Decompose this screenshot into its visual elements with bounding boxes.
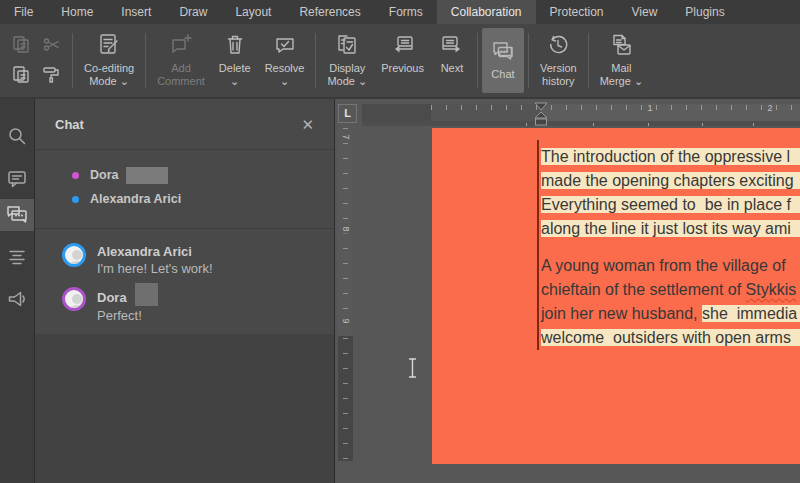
text-line[interactable]: along the line it just lost its way ami bbox=[541, 217, 800, 241]
text-line[interactable]: welcome outsiders with open arms bbox=[541, 326, 800, 350]
toolbar-divider bbox=[72, 33, 73, 88]
display-mode-button[interactable]: Display Mode ⌄ bbox=[320, 24, 374, 97]
text-line[interactable]: chieftain of the settlement of Stykkis bbox=[541, 278, 800, 302]
menu-tab-layout[interactable]: Layout bbox=[221, 0, 285, 24]
ruler-number-2: 2 bbox=[765, 103, 774, 113]
version-history-label2: history bbox=[542, 75, 574, 88]
coediting-mode-label2: Mode ⌄ bbox=[89, 75, 129, 88]
delete-label: Delete bbox=[219, 62, 251, 75]
tab-selector-button[interactable]: L bbox=[338, 104, 357, 123]
text-line[interactable]: Everything seemed to be in place f bbox=[541, 193, 800, 217]
menu-tab-forms[interactable]: Forms bbox=[375, 0, 437, 24]
participant-color-dot bbox=[72, 196, 79, 203]
menu-tab-protection[interactable]: Protection bbox=[536, 0, 618, 24]
message-text: Perfect! bbox=[97, 308, 158, 323]
avatar bbox=[62, 243, 86, 267]
redacted-name bbox=[135, 283, 158, 306]
trash-icon bbox=[222, 32, 248, 58]
resolve-button[interactable]: Resolve ⌄ bbox=[258, 24, 312, 97]
tracked-change-bar bbox=[537, 140, 539, 350]
next-button[interactable]: Next bbox=[431, 24, 473, 97]
tab-stop-mark bbox=[753, 123, 754, 126]
participant-dora: Dora bbox=[72, 163, 334, 187]
plain-text[interactable]: A young woman from the village of bbox=[541, 257, 790, 274]
document-text: The introduction of the oppressive l mad… bbox=[541, 145, 800, 350]
sidebar-search-button[interactable] bbox=[0, 120, 34, 152]
toolbar-divider bbox=[315, 33, 316, 88]
menu-tab-file[interactable]: File bbox=[0, 0, 47, 24]
menu-tab-view[interactable]: View bbox=[618, 0, 672, 24]
toolbar-divider bbox=[145, 33, 146, 88]
highlighted-text[interactable]: she immedia bbox=[702, 305, 800, 322]
plain-text[interactable]: chieftain of the settlement of bbox=[541, 281, 746, 298]
resolve-icon bbox=[272, 32, 298, 58]
search-icon bbox=[6, 125, 28, 147]
mail-merge-button[interactable]: Mail Merge ⌄ bbox=[593, 24, 650, 97]
chat-messages: Alexandra Arici I'm here! Let's work! Do… bbox=[35, 229, 334, 334]
toolbar: Co-editing Mode ⌄ Add Comment Delete ⌄ R… bbox=[0, 24, 800, 99]
comments-icon bbox=[6, 168, 28, 190]
next-arrow-icon bbox=[438, 32, 466, 58]
version-history-icon bbox=[545, 32, 571, 58]
message-author: Dora bbox=[97, 288, 158, 306]
highlighted-text[interactable]: Everything seemed to be in place f bbox=[541, 196, 800, 213]
chat-button[interactable]: Chat bbox=[482, 28, 524, 93]
tab-stop-mark bbox=[648, 123, 649, 126]
message-content: Alexandra Arici I'm here! Let's work! bbox=[97, 243, 213, 276]
highlighted-text[interactable]: made the opening chapters exciting bbox=[541, 172, 800, 189]
menu-tab-references[interactable]: References bbox=[285, 0, 374, 24]
menu-tab-home[interactable]: Home bbox=[47, 0, 107, 24]
previous-arrow-icon bbox=[389, 32, 417, 58]
toolbar-divider bbox=[477, 33, 478, 88]
add-comment-button[interactable]: Add Comment bbox=[150, 24, 212, 97]
mail-merge-icon bbox=[608, 32, 634, 58]
menu-tab-plugins[interactable]: Plugins bbox=[671, 0, 738, 24]
highlighted-text[interactable]: The introduction of the oppressive l bbox=[541, 148, 800, 165]
scissors-icon bbox=[42, 35, 61, 54]
version-history-button[interactable]: Version history bbox=[533, 24, 584, 97]
paste-button[interactable] bbox=[6, 60, 36, 90]
clipboard-group bbox=[2, 24, 68, 97]
sidebar-comments-button[interactable] bbox=[0, 163, 34, 195]
menu-tab-collaboration[interactable]: Collaboration bbox=[437, 0, 536, 24]
resolve-label: Resolve bbox=[265, 62, 305, 75]
copy-button[interactable] bbox=[6, 30, 36, 60]
indent-marker-handle[interactable] bbox=[534, 102, 548, 127]
display-mode-icon bbox=[334, 32, 360, 58]
format-painter-button[interactable] bbox=[36, 60, 66, 90]
message-author-name: Dora bbox=[97, 290, 127, 305]
ruler-number-9: 9 bbox=[341, 316, 351, 325]
participant-name: Dora bbox=[90, 168, 118, 182]
text-line[interactable]: made the opening chapters exciting bbox=[541, 169, 800, 193]
menu-bar: File Home Insert Draw Layout References … bbox=[0, 0, 800, 24]
previous-button[interactable]: Previous bbox=[374, 24, 431, 97]
text-cursor-icon bbox=[406, 357, 419, 379]
misspelled-word[interactable]: Stykkis bbox=[746, 281, 797, 298]
text-line[interactable]: join her new husband, she immedia bbox=[541, 302, 800, 326]
message-author: Alexandra Arici bbox=[97, 244, 213, 259]
menu-tab-draw[interactable]: Draw bbox=[165, 0, 221, 24]
cut-button[interactable] bbox=[36, 30, 66, 60]
document-page[interactable]: The introduction of the oppressive l mad… bbox=[432, 128, 800, 464]
add-comment-label2: Comment bbox=[157, 75, 205, 88]
add-comment-label: Add bbox=[171, 62, 191, 75]
highlighted-text[interactable]: along the line it just lost its way ami bbox=[541, 220, 800, 237]
message-author-name: Alexandra Arici bbox=[97, 244, 192, 259]
sidebar-feedback-button[interactable] bbox=[0, 283, 34, 315]
toolbar-divider bbox=[528, 33, 529, 88]
vertical-ruler[interactable]: 7 8 9 bbox=[338, 128, 353, 461]
chat-icon bbox=[489, 38, 517, 64]
ruler-number-8: 8 bbox=[341, 224, 351, 233]
menu-tab-insert[interactable]: Insert bbox=[107, 0, 165, 24]
coediting-mode-button[interactable]: Co-editing Mode ⌄ bbox=[77, 24, 141, 97]
sidebar-navigation-button[interactable] bbox=[0, 241, 34, 273]
tab-stop-mark bbox=[702, 123, 703, 126]
close-icon[interactable]: ✕ bbox=[299, 115, 316, 134]
plain-text[interactable]: join her new husband, bbox=[541, 305, 702, 322]
sidebar-chat-button[interactable] bbox=[0, 199, 34, 231]
delete-button[interactable]: Delete ⌄ bbox=[212, 24, 258, 97]
highlighted-text[interactable]: welcome outsiders with open arms bbox=[541, 329, 800, 346]
text-line[interactable]: A young woman from the village of bbox=[541, 254, 800, 278]
chat-label: Chat bbox=[491, 68, 514, 81]
text-line[interactable]: The introduction of the oppressive l bbox=[541, 145, 800, 169]
